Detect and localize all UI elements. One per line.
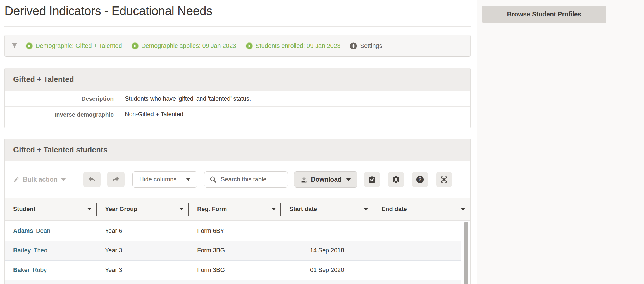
student-link[interactable]: BaileyTheo	[13, 247, 47, 254]
detail-row: Description Students who have 'gifted' a…	[5, 91, 470, 106]
bulk-action-button[interactable]: Bulk action	[13, 176, 66, 183]
table-row-partial	[5, 280, 461, 284]
app-window: Derived Indicators - Educational Needs D…	[0, 0, 644, 284]
student-last-name: Bailey	[13, 247, 31, 254]
cell-reg-form: Form 6BY	[189, 228, 281, 235]
table-search	[204, 171, 288, 188]
download-button[interactable]: Download	[294, 171, 357, 188]
search-icon	[209, 176, 217, 183]
chevron-down-icon	[179, 208, 184, 210]
table-settings-button[interactable]	[388, 172, 404, 187]
cell-student: AdamsDean	[5, 228, 97, 235]
column-header[interactable]: Student	[5, 198, 97, 220]
filter-chip-label: Demographic: Gifted + Talented	[35, 42, 122, 49]
table-body: AdamsDean Year 6 Form 6BY BaileyTheo Yea…	[5, 221, 470, 284]
detail-value: Students who have 'gifted' and 'talented…	[114, 95, 251, 102]
chevron-down-icon	[186, 178, 190, 181]
table-header-row: Student Year Group Reg. Form Start date …	[5, 198, 470, 221]
cell-student: BaileyTheo	[5, 247, 97, 254]
cell-start-date: 01 Sep 2020	[281, 267, 373, 274]
undo-button[interactable]	[83, 172, 101, 187]
chevron-down-icon	[61, 178, 66, 181]
student-last-name: Baker	[13, 267, 30, 273]
column-header-label: Year Group	[105, 206, 137, 213]
plus-circle-icon	[350, 42, 357, 50]
students-panel-title: Gifted + Talented students	[13, 146, 108, 154]
column-header-label: Start date	[289, 206, 317, 213]
page-title: Derived Indicators - Educational Needs	[4, 4, 471, 18]
cell-start-date: 14 Sep 2018	[281, 247, 373, 254]
student-link[interactable]: AdamsDean	[13, 228, 50, 235]
table-row: BakerRuby Year 3 Form 3BG 01 Sep 2020	[5, 260, 461, 280]
chevron-down-icon	[461, 208, 465, 210]
svg-text:?: ?	[418, 176, 421, 182]
table-row: BaileyTheo Year 3 Form 3BG 14 Sep 2018	[5, 241, 461, 260]
student-first-name: Theo	[34, 247, 47, 254]
help-button[interactable]: ?	[412, 172, 428, 187]
demographic-panel: Gifted + Talented Description Students w…	[4, 68, 471, 128]
column-header-label: Reg. Form	[197, 206, 227, 213]
table-toolbar: Bulk action Hide columns	[5, 161, 470, 198]
demographic-detail-rows: Description Students who have 'gifted' a…	[5, 91, 470, 128]
download-label: Download	[311, 176, 342, 183]
chevron-down-icon	[364, 208, 368, 210]
pencil-icon	[13, 176, 20, 183]
toolbar-icon-group: ?	[364, 172, 452, 187]
filter-play-icon	[245, 42, 253, 50]
checkbox-check-icon	[368, 175, 376, 184]
column-header[interactable]: Start date	[281, 198, 373, 220]
cell-year-group: Year 6	[97, 228, 189, 235]
filter-funnel-icon	[11, 42, 18, 49]
redo-button[interactable]	[107, 172, 125, 187]
student-last-name: Adams	[13, 228, 33, 234]
undo-icon	[87, 175, 96, 184]
students-panel-header: Gifted + Talented students	[5, 139, 470, 161]
student-first-name: Ruby	[33, 267, 47, 273]
search-input[interactable]	[221, 176, 284, 183]
redo-icon	[111, 175, 120, 184]
filter-chip[interactable]: Demographic applies: 09 Jan 2023	[131, 42, 236, 50]
filter-settings-button[interactable]: Settings	[350, 42, 382, 50]
column-header-label: End date	[381, 206, 407, 213]
demographic-panel-header: Gifted + Talented	[5, 68, 470, 91]
title-divider	[4, 26, 471, 27]
student-first-name: Dean	[36, 228, 50, 234]
cell-reg-form: Form 3BG	[189, 267, 281, 274]
student-link[interactable]: BakerRuby	[13, 267, 47, 274]
chevron-down-icon	[87, 208, 92, 210]
bulk-select-button[interactable]	[364, 172, 380, 187]
filter-play-icon	[131, 42, 139, 50]
download-icon	[300, 176, 307, 183]
chevron-down-icon	[346, 178, 351, 181]
filter-chip-label: Students enrolled: 09 Jan 2023	[256, 42, 341, 49]
detail-value: Non-Gifted + Talented	[114, 111, 183, 118]
filter-play-icon	[25, 42, 33, 50]
fullscreen-button[interactable]	[436, 172, 452, 187]
cell-year-group: Year 3	[97, 267, 189, 274]
students-panel: Gifted + Talented students Bulk action H…	[4, 139, 471, 284]
chevron-down-icon	[271, 208, 276, 210]
vertical-scrollbar-thumb[interactable]	[464, 222, 468, 284]
right-sidebar: Browse Student Profiles	[477, 0, 644, 284]
filter-chip-label: Demographic applies: 09 Jan 2023	[141, 42, 236, 49]
filter-settings-label: Settings	[360, 42, 382, 49]
browse-student-profiles-button[interactable]: Browse Student Profiles	[482, 6, 606, 23]
demographic-panel-title: Gifted + Talented	[13, 75, 74, 84]
column-header[interactable]: Reg. Form	[189, 198, 281, 220]
hide-columns-button[interactable]: Hide columns	[132, 171, 197, 188]
detail-label: Inverse demographic	[5, 111, 114, 118]
filter-chip[interactable]: Students enrolled: 09 Jan 2023	[245, 42, 341, 50]
question-circle-icon: ?	[416, 175, 424, 184]
detail-row: Inverse demographic Non-Gifted + Talente…	[5, 106, 470, 122]
bulk-action-label: Bulk action	[23, 176, 58, 183]
cell-year-group: Year 3	[97, 247, 189, 254]
column-header-label: Student	[13, 206, 35, 213]
column-header[interactable]: Year Group	[97, 198, 189, 220]
expand-arrows-icon	[440, 175, 448, 184]
hide-columns-label: Hide columns	[139, 176, 176, 183]
filter-chip[interactable]: Demographic: Gifted + Talented	[25, 42, 122, 50]
detail-label: Description	[5, 95, 114, 102]
cell-student: BakerRuby	[5, 267, 97, 274]
column-header[interactable]: End date	[373, 198, 470, 220]
cell-reg-form: Form 3BG	[189, 247, 281, 254]
